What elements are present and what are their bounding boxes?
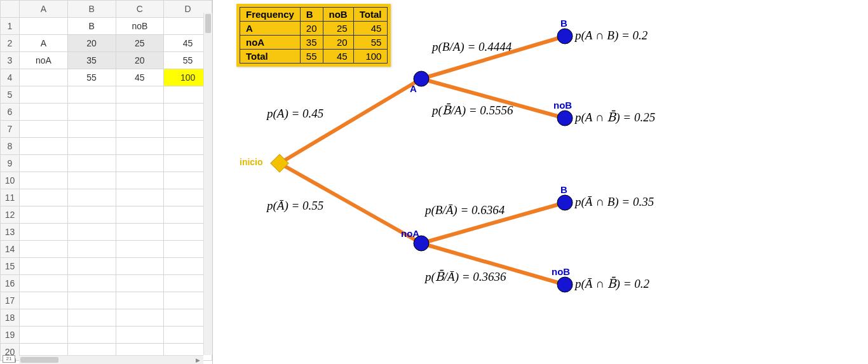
cell[interactable]: [20, 138, 68, 155]
row-head[interactable]: 10: [1, 172, 20, 189]
row-head[interactable]: 9: [1, 155, 20, 172]
cell[interactable]: [67, 258, 116, 275]
cell[interactable]: [67, 155, 116, 172]
start-label: inicio: [240, 157, 263, 167]
node-noA[interactable]: noA: [401, 228, 429, 251]
col-head-B[interactable]: B: [67, 1, 116, 18]
cell[interactable]: [67, 86, 116, 104]
cell[interactable]: [116, 241, 164, 258]
cell[interactable]: [67, 241, 116, 258]
cell[interactable]: [20, 206, 68, 224]
prob-pB-given-A: p(B/A) = 0.4444: [431, 40, 512, 54]
col-head-C[interactable]: C: [116, 1, 164, 18]
cell[interactable]: [116, 309, 164, 327]
row-head[interactable]: 13: [1, 224, 20, 241]
row-head[interactable]: 15: [1, 258, 20, 275]
cell[interactable]: [116, 224, 164, 241]
cell[interactable]: [20, 121, 68, 138]
cell[interactable]: [116, 86, 164, 104]
vertical-scrollbar[interactable]: [203, 13, 212, 355]
cell[interactable]: noB: [116, 18, 164, 35]
cell[interactable]: [67, 121, 116, 138]
leaf-B-1[interactable]: B: [557, 18, 573, 44]
col-head-A[interactable]: A: [20, 1, 68, 18]
cell[interactable]: 35: [67, 52, 116, 69]
cell[interactable]: [20, 155, 68, 172]
leaf-noB-2[interactable]: noB: [552, 266, 573, 292]
toggle-view-icon[interactable]: 21: [3, 355, 15, 363]
row-head[interactable]: 4: [1, 69, 20, 86]
row-head[interactable]: 19: [1, 327, 20, 344]
cell[interactable]: [116, 206, 164, 224]
cell[interactable]: [20, 86, 68, 104]
cell[interactable]: [20, 224, 68, 241]
cell[interactable]: B: [67, 18, 116, 35]
cell[interactable]: 55: [67, 69, 116, 86]
row-head[interactable]: 17: [1, 292, 20, 309]
row-head[interactable]: 5: [1, 86, 20, 104]
row-head[interactable]: 1: [1, 18, 20, 35]
cell[interactable]: 45: [116, 69, 164, 86]
row-head[interactable]: 18: [1, 309, 20, 327]
cell[interactable]: [116, 275, 164, 292]
cell[interactable]: [67, 206, 116, 224]
leaf-B-label: B: [560, 18, 567, 29]
cell[interactable]: [20, 189, 68, 206]
row-head[interactable]: 3: [1, 52, 20, 69]
cell[interactable]: 25: [116, 35, 164, 52]
cell[interactable]: [116, 121, 164, 138]
cell[interactable]: [67, 172, 116, 189]
cell[interactable]: [116, 155, 164, 172]
row-head[interactable]: 7: [1, 121, 20, 138]
scroll-right-icon[interactable]: ▶: [196, 357, 202, 363]
cell[interactable]: [20, 292, 68, 309]
scrollbar-thumb[interactable]: [205, 14, 211, 33]
cell[interactable]: [20, 241, 68, 258]
cell[interactable]: [20, 104, 68, 121]
cell[interactable]: [20, 258, 68, 275]
cell[interactable]: [67, 189, 116, 206]
spreadsheet-table[interactable]: A B C D 1 B noB 2 A 20 25 45 3 noA 35 20…: [0, 0, 212, 361]
cell[interactable]: [116, 327, 164, 344]
cell[interactable]: [20, 69, 68, 86]
cell[interactable]: [67, 224, 116, 241]
prob-pA: p(A) = 0.45: [266, 107, 323, 121]
cell[interactable]: [20, 275, 68, 292]
cell[interactable]: [67, 275, 116, 292]
row-head[interactable]: 2: [1, 35, 20, 52]
row-head[interactable]: 8: [1, 138, 20, 155]
branch-A: [280, 79, 421, 163]
cell[interactable]: [116, 172, 164, 189]
scrollbar-thumb[interactable]: [20, 357, 58, 363]
row-head[interactable]: 16: [1, 275, 20, 292]
cell[interactable]: [20, 309, 68, 327]
cell[interactable]: [116, 258, 164, 275]
horizontal-scrollbar[interactable]: ◀ ▶: [19, 355, 203, 364]
leaf-noB-1[interactable]: noB: [553, 100, 573, 126]
cell[interactable]: [20, 18, 68, 35]
cell[interactable]: A: [20, 35, 68, 52]
cell[interactable]: [67, 292, 116, 309]
cell[interactable]: [67, 309, 116, 327]
start-node[interactable]: inicio: [240, 154, 288, 172]
cell[interactable]: [116, 138, 164, 155]
corner-cell[interactable]: [1, 1, 20, 18]
cell[interactable]: [67, 327, 116, 344]
graphics-canvas[interactable]: Frequency B noB Total A 20 25 45 noA 35 …: [213, 0, 868, 364]
cell[interactable]: [67, 104, 116, 121]
cell[interactable]: [116, 189, 164, 206]
cell[interactable]: [20, 327, 68, 344]
row-head[interactable]: 6: [1, 104, 20, 121]
leaf-B-2[interactable]: B: [557, 184, 573, 210]
row-head[interactable]: 14: [1, 241, 20, 258]
cell[interactable]: noA: [20, 52, 68, 69]
cell[interactable]: [20, 172, 68, 189]
cell[interactable]: 20: [67, 35, 116, 52]
cell[interactable]: 20: [116, 52, 164, 69]
cell[interactable]: [67, 138, 116, 155]
probability-tree: inicio A noA B noB B noB p(A) = 0.4: [213, 0, 868, 364]
cell[interactable]: [116, 292, 164, 309]
row-head[interactable]: 11: [1, 189, 20, 206]
row-head[interactable]: 12: [1, 206, 20, 224]
cell[interactable]: [116, 104, 164, 121]
